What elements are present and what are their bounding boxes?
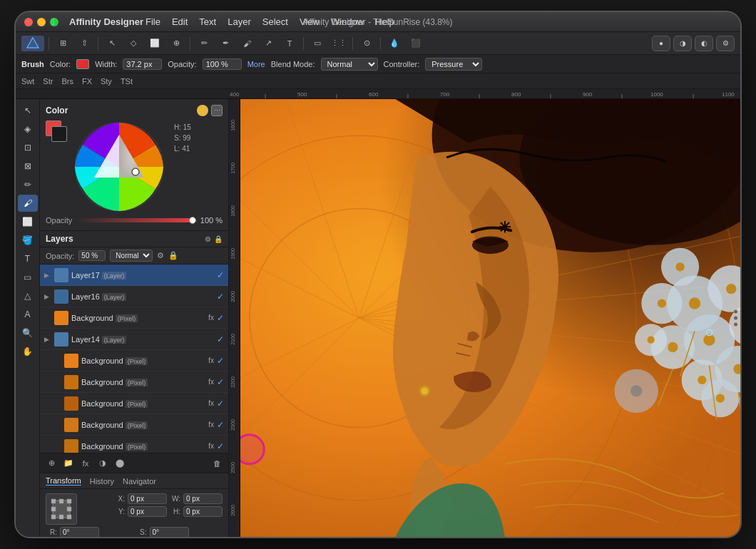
tool-node2[interactable]: ◈ bbox=[18, 120, 38, 138]
sub-tab-sty[interactable]: Sty bbox=[101, 77, 112, 86]
panel-dot-2[interactable] bbox=[734, 317, 737, 320]
menu-file[interactable]: File bbox=[141, 15, 165, 29]
share-icon[interactable]: ⇧ bbox=[75, 36, 93, 51]
tool-vector[interactable]: ↗ bbox=[259, 36, 277, 51]
adjust-layer-icon[interactable]: ◑ bbox=[96, 456, 110, 471]
sub-tab-tst[interactable]: TSt bbox=[121, 77, 133, 86]
tab-transform[interactable]: Transform bbox=[46, 476, 81, 486]
tool-hand[interactable]: ✋ bbox=[18, 343, 38, 360]
tab-navigator[interactable]: Navigator bbox=[123, 477, 156, 486]
tool-triangle[interactable]: △ bbox=[18, 287, 38, 304]
r-input[interactable] bbox=[60, 527, 99, 537]
layer-visibility[interactable]: ✓ bbox=[217, 356, 224, 366]
s-input[interactable] bbox=[150, 527, 189, 537]
panel-icon-2[interactable]: ◑ bbox=[673, 36, 692, 51]
tool-pointer[interactable]: ↖ bbox=[18, 102, 38, 119]
layer-item[interactable]: Background (Pixel) fx ✓ bbox=[40, 436, 228, 453]
color-wheel-svg[interactable] bbox=[73, 120, 165, 213]
tool-fill2[interactable]: 🪣 bbox=[18, 232, 38, 249]
tool-paint[interactable]: 🖌 bbox=[18, 195, 38, 212]
layer-fx[interactable]: fx bbox=[208, 442, 214, 450]
layer-item[interactable]: ▶ Layer14 (Layer) ✓ bbox=[40, 329, 228, 350]
layer-item[interactable]: ▶ Layer17 (Layer) ✓ bbox=[40, 265, 228, 286]
tool-layer2[interactable]: ⊡ bbox=[18, 139, 38, 156]
layers-lock-icon[interactable]: 🔒 bbox=[168, 251, 178, 260]
y-input[interactable] bbox=[128, 506, 167, 517]
minimize-button[interactable] bbox=[37, 18, 46, 26]
opacity-handle[interactable] bbox=[189, 217, 196, 224]
tool-transform[interactable]: ⊕ bbox=[167, 36, 185, 51]
swatch-stack[interactable] bbox=[46, 120, 67, 142]
color-wheel-wrapper[interactable] bbox=[73, 120, 165, 213]
menu-text[interactable]: Text bbox=[194, 15, 221, 29]
layer-item[interactable]: Background (Pixel) fx ✓ bbox=[40, 414, 228, 436]
tool-node[interactable]: ◇ bbox=[124, 36, 143, 51]
layers-options[interactable]: ⚙ bbox=[205, 235, 211, 243]
layer-visibility[interactable]: ✓ bbox=[217, 313, 224, 323]
delete-layer-icon[interactable]: 🗑 bbox=[210, 456, 224, 471]
tool-fill[interactable]: ⬛ bbox=[407, 36, 425, 51]
sub-tab-fx[interactable]: FX bbox=[82, 77, 92, 86]
menu-select[interactable]: Select bbox=[257, 15, 293, 29]
controller-select[interactable]: PressureSpeed bbox=[425, 58, 482, 71]
grid-icon[interactable]: ⊞ bbox=[53, 36, 72, 51]
layer-item[interactable]: Background (Pixel) fx ✓ bbox=[40, 350, 228, 371]
panel-dot-1[interactable] bbox=[734, 310, 737, 314]
layer-fx[interactable]: fx bbox=[208, 378, 214, 386]
layer-item[interactable]: Background (Pixel) fx ✓ bbox=[40, 307, 228, 329]
width-input[interactable] bbox=[123, 58, 162, 70]
tool-brush[interactable]: 🖌 bbox=[237, 36, 256, 51]
artwork-container[interactable] bbox=[240, 99, 740, 537]
panel-dot-3[interactable] bbox=[734, 323, 737, 327]
layers-lock[interactable]: 🔒 bbox=[214, 235, 223, 243]
menu-layer[interactable]: Layer bbox=[223, 15, 256, 29]
panel-icon-4[interactable]: ⚙ bbox=[716, 36, 735, 51]
menu-edit[interactable]: Edit bbox=[167, 15, 193, 29]
add-layer-icon[interactable]: ⊕ bbox=[44, 456, 58, 471]
tool-text[interactable]: T bbox=[280, 36, 299, 51]
sub-tab-str[interactable]: Str bbox=[43, 77, 53, 86]
layer-visibility[interactable]: ✓ bbox=[217, 292, 224, 302]
layer-visibility[interactable]: ✓ bbox=[217, 441, 224, 451]
sub-tab-brs[interactable]: Brs bbox=[61, 77, 73, 86]
x-input[interactable] bbox=[128, 493, 167, 504]
h-input[interactable] bbox=[183, 506, 223, 517]
layer-item[interactable]: ▶ Layer16 (Layer) ✓ bbox=[40, 286, 228, 307]
expand-icon[interactable]: ▶ bbox=[44, 272, 51, 279]
expand-icon[interactable]: ▶ bbox=[44, 336, 51, 343]
tool-grid[interactable]: ⋮⋮ bbox=[330, 36, 348, 51]
opacity-input[interactable] bbox=[203, 58, 242, 70]
mask-layer-icon[interactable]: ⬤ bbox=[113, 456, 127, 471]
layers-gear-icon[interactable]: ⚙ bbox=[157, 251, 164, 260]
brush-color-swatch[interactable] bbox=[76, 59, 89, 69]
layers-blend-select[interactable]: Normal bbox=[110, 250, 153, 262]
color-options[interactable]: ⋯ bbox=[211, 105, 223, 116]
layer-visibility[interactable]: ✓ bbox=[217, 420, 224, 430]
sub-tab-swt[interactable]: Swt bbox=[21, 77, 34, 86]
tool-pen2[interactable]: ✏ bbox=[18, 176, 38, 193]
tool-pencil[interactable]: ✒ bbox=[216, 36, 235, 51]
layer-visibility[interactable]: ✓ bbox=[217, 399, 224, 409]
group-layer-icon[interactable]: 📁 bbox=[61, 456, 76, 471]
tool-crop[interactable]: ⬜ bbox=[145, 36, 164, 51]
layer-fx[interactable]: fx bbox=[208, 314, 214, 322]
tool-shape[interactable]: ▭ bbox=[308, 36, 327, 51]
layer-visibility[interactable]: ✓ bbox=[217, 334, 224, 344]
tool-erase[interactable]: ⬜ bbox=[18, 213, 38, 230]
w-input[interactable] bbox=[183, 493, 223, 504]
color-preset-1[interactable] bbox=[197, 105, 208, 116]
tool-select[interactable]: ↖ bbox=[103, 36, 121, 51]
tool-type[interactable]: A bbox=[18, 306, 38, 323]
layer-fx[interactable]: fx bbox=[208, 399, 214, 407]
layer-visibility[interactable]: ✓ bbox=[217, 377, 224, 387]
close-button[interactable] bbox=[24, 18, 33, 26]
layer-fx[interactable]: fx bbox=[208, 356, 214, 364]
tool-warp[interactable]: ⊠ bbox=[18, 158, 38, 175]
panel-icon-3[interactable]: ◐ bbox=[695, 36, 713, 51]
foreground-swatch[interactable] bbox=[51, 126, 67, 142]
canvas-area[interactable]: 1600 1700 1800 1900 2000 2100 2200 2300 … bbox=[229, 99, 740, 537]
layer-item[interactable]: Background (Pixel) fx ✓ bbox=[40, 371, 228, 393]
more-button[interactable]: More bbox=[247, 60, 265, 68]
tool-zoom[interactable]: ⊙ bbox=[357, 36, 376, 51]
tool-pen[interactable]: ✏ bbox=[195, 36, 213, 51]
